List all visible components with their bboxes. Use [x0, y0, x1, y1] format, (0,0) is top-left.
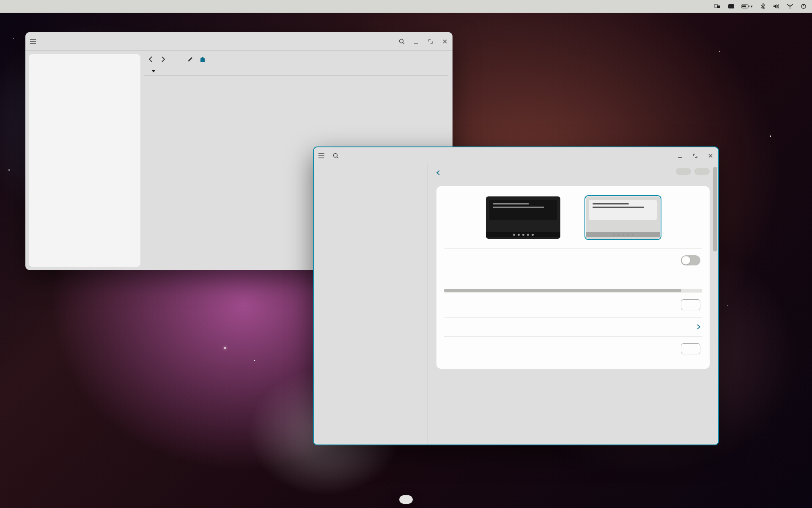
col-size-header[interactable] — [376, 69, 444, 73]
svg-rect-1 — [717, 6, 720, 8]
top-panel: ▾ — [0, 0, 812, 13]
svg-point-12 — [400, 39, 403, 43]
path-home[interactable] — [200, 57, 208, 62]
svg-rect-2 — [728, 4, 734, 8]
files-maximize-icon[interactable] — [427, 38, 434, 45]
settings-hamburger-icon[interactable] — [318, 152, 325, 159]
col-modified-header[interactable] — [292, 69, 376, 73]
import-button[interactable] — [676, 168, 691, 175]
app-bg-row — [444, 292, 702, 317]
nav-forward-icon[interactable] — [160, 56, 167, 63]
svg-rect-4 — [742, 6, 746, 7]
svg-point-20 — [334, 153, 337, 157]
nav-edit-icon[interactable] — [187, 56, 194, 63]
export-button[interactable] — [694, 168, 710, 175]
app-bg-chip[interactable] — [681, 299, 700, 310]
settings-search-icon[interactable] — [332, 152, 339, 159]
files-table-header — [144, 67, 448, 76]
settings-maximize-icon[interactable] — [692, 152, 699, 159]
auto-switch-toggle[interactable] — [681, 255, 700, 265]
svg-line-21 — [337, 157, 338, 158]
tray-battery-icon[interactable]: ▾ — [741, 3, 753, 10]
settings-window — [313, 146, 719, 445]
files-titlebar — [25, 32, 453, 51]
files-close-icon[interactable] — [442, 38, 448, 45]
files-search-icon[interactable] — [398, 38, 405, 45]
tray-screen-icon[interactable] — [714, 3, 721, 10]
container-bg-row — [444, 317, 702, 336]
accent-scrollbar[interactable] — [444, 289, 702, 292]
nav-back-icon[interactable] — [147, 56, 154, 63]
files-pathbar — [144, 54, 448, 67]
dock — [399, 495, 413, 504]
svg-line-13 — [403, 43, 404, 44]
settings-main — [428, 164, 718, 444]
files-minimize-icon[interactable] — [413, 38, 420, 45]
tray-power-icon[interactable] — [800, 3, 807, 10]
mode-colors-card — [436, 186, 710, 369]
settings-close-icon[interactable] — [707, 152, 714, 159]
text-tint-row — [444, 336, 702, 361]
svg-point-6 — [790, 8, 790, 8]
files-hamburger-icon[interactable] — [30, 38, 36, 45]
settings-scrollbar[interactable] — [713, 167, 717, 251]
auto-switch-row — [444, 248, 702, 272]
svg-rect-5 — [749, 6, 749, 7]
theme-dark[interactable] — [486, 196, 560, 243]
tray-volume-icon[interactable] — [773, 3, 780, 10]
settings-sidebar — [314, 164, 428, 444]
settings-titlebar — [314, 147, 718, 164]
col-name-header[interactable] — [148, 69, 292, 73]
theme-light[interactable] — [586, 196, 660, 243]
tray-network-icon[interactable] — [787, 3, 793, 10]
files-sidebar — [29, 54, 140, 267]
settings-minimize-icon[interactable] — [677, 152, 683, 159]
tray-bluetooth-icon[interactable] — [760, 3, 766, 10]
text-tint-chip[interactable] — [681, 343, 700, 354]
settings-breadcrumb[interactable] — [436, 170, 672, 175]
container-bg-value[interactable] — [695, 324, 700, 329]
tray-notifications-icon[interactable] — [728, 3, 735, 10]
